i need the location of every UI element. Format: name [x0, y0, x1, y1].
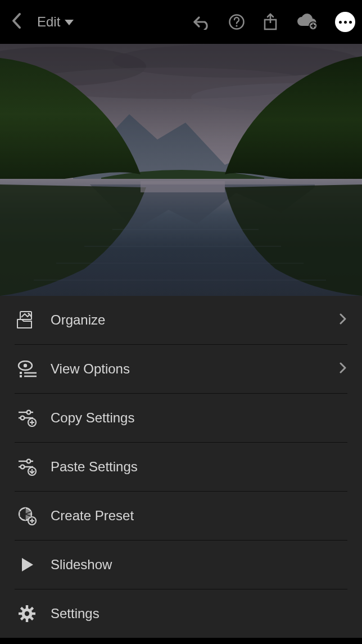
svg-rect-47 [32, 613, 35, 615]
back-button[interactable] [7, 9, 26, 35]
svg-point-36 [21, 465, 25, 469]
more-icon [339, 21, 342, 24]
svg-point-53 [25, 611, 29, 616]
help-button[interactable] [228, 13, 245, 30]
view-options-icon [16, 358, 38, 380]
menu-item-paste-settings[interactable]: Paste Settings [0, 443, 362, 491]
gear-icon [16, 602, 38, 625]
edit-mode-label: Edit [37, 14, 60, 30]
svg-marker-43 [22, 558, 33, 571]
menu-item-copy-settings[interactable]: Copy Settings [0, 394, 362, 442]
edit-mode-dropdown[interactable]: Edit [37, 14, 74, 30]
menu-item-label: Paste Settings [51, 459, 346, 475]
overflow-menu-panel: Organize View Options [0, 296, 362, 638]
menu-item-organize[interactable]: Organize [0, 296, 362, 344]
menu-item-label: View Options [51, 361, 340, 377]
organize-icon [16, 309, 38, 331]
chevron-down-icon [65, 20, 74, 25]
svg-rect-45 [26, 619, 28, 622]
svg-rect-44 [26, 605, 28, 609]
svg-rect-24 [20, 372, 22, 374]
menu-item-label: Create Preset [51, 508, 346, 524]
chevron-right-icon [340, 361, 346, 377]
svg-point-2 [236, 25, 237, 26]
menu-item-slideshow[interactable]: Slideshow [0, 541, 362, 589]
menu-item-label: Copy Settings [51, 410, 346, 426]
svg-point-34 [27, 460, 31, 463]
menu-item-create-preset[interactable]: Create Preset [0, 492, 362, 540]
share-icon [262, 13, 279, 31]
svg-point-27 [27, 411, 31, 415]
help-icon [228, 13, 245, 30]
svg-rect-14 [141, 181, 225, 192]
top-toolbar: Edit [0, 0, 362, 44]
chevron-right-icon [340, 312, 346, 328]
cloud-sync-button[interactable] [296, 13, 318, 30]
photo-preview[interactable] [0, 44, 362, 296]
more-menu-button[interactable] [335, 12, 355, 32]
svg-point-29 [21, 416, 25, 420]
copy-settings-icon [16, 407, 38, 429]
svg-marker-0 [65, 20, 74, 25]
cloud-plus-icon [296, 13, 318, 30]
undo-icon [192, 14, 211, 30]
menu-item-settings[interactable]: Settings [0, 589, 362, 638]
back-icon [11, 12, 21, 29]
menu-item-view-options[interactable]: View Options [0, 345, 362, 393]
create-preset-icon [16, 505, 38, 527]
svg-rect-46 [19, 613, 22, 615]
play-icon [16, 553, 38, 576]
landscape-photo [0, 44, 362, 296]
svg-point-21 [24, 364, 27, 367]
menu-item-label: Slideshow [51, 557, 346, 573]
paste-settings-icon [16, 456, 38, 478]
menu-item-label: Settings [51, 606, 346, 622]
svg-rect-25 [20, 375, 22, 377]
undo-button[interactable] [192, 14, 211, 30]
menu-item-label: Organize [51, 312, 340, 328]
svg-point-20 [28, 313, 29, 314]
share-button[interactable] [262, 13, 279, 31]
